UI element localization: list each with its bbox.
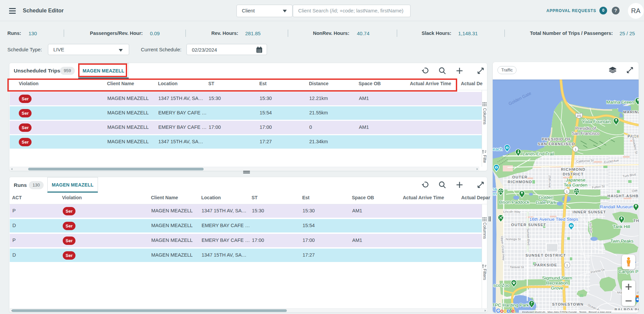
svg-text:Sigmund Stern: Sigmund Stern bbox=[542, 275, 572, 280]
svg-text:SUNSET DISTRICT: SUNSET DISTRICT bbox=[526, 253, 566, 257]
svg-text:TPC Harding Park: TPC Harding Park bbox=[493, 303, 529, 308]
svg-text:MARINA: MARINA bbox=[623, 110, 639, 114]
svg-text:Presidio of: Presidio of bbox=[575, 126, 596, 131]
svg-text:PRESIDIO OF: PRESIDIO OF bbox=[542, 137, 571, 141]
svg-text:d: d bbox=[637, 291, 638, 294]
svg-text:Sunset Blvd: Sunset Blvd bbox=[526, 228, 531, 245]
svg-text:Grove: Grove bbox=[551, 285, 564, 291]
svg-text:Canyon Par: Canyon Par bbox=[619, 269, 639, 274]
svg-text:each: each bbox=[493, 147, 502, 152]
svg-text:SAN FRANCISCO: SAN FRANCISCO bbox=[538, 142, 575, 146]
svg-text:Lands End Trail: Lands End Trail bbox=[523, 151, 554, 156]
svg-text:OUTER: OUTER bbox=[512, 175, 528, 179]
svg-text:TH: TH bbox=[633, 219, 639, 223]
svg-text:101: 101 bbox=[577, 114, 581, 117]
svg-text:1: 1 bbox=[575, 147, 576, 151]
svg-text:Taraval St: Taraval St bbox=[510, 265, 524, 269]
svg-text:RICHMOND: RICHMOND bbox=[508, 180, 532, 184]
svg-text:Lincoln Way: Lincoln Way bbox=[503, 210, 521, 213]
svg-text:Yoda Fountain: Yoda Fountain bbox=[582, 119, 611, 124]
svg-text:1: 1 bbox=[566, 190, 568, 193]
svg-text:16th Avenue Tiled Steps: 16th Avenue Tiled Steps bbox=[529, 217, 578, 222]
svg-text:STONESTOWN: STONESTOWN bbox=[552, 302, 584, 306]
svg-text:Bison Paddock: Bison Paddock bbox=[499, 200, 529, 205]
svg-text:Gate Park: Gate Park bbox=[536, 200, 556, 205]
svg-text:en: en bbox=[493, 191, 497, 196]
svg-text:Tea Garden: Tea Garden bbox=[564, 182, 588, 188]
svg-text:sco Zoo: sco Zoo bbox=[493, 283, 509, 288]
svg-text:Tank Hill: Tank Hill bbox=[613, 224, 630, 229]
svg-text:Twin Peaks: Twin Peaks bbox=[610, 239, 633, 244]
svg-text:1: 1 bbox=[566, 263, 568, 267]
svg-text:San Francisco: San Francisco bbox=[572, 131, 599, 136]
svg-text:INNER SUNSET: INNER SUNSET bbox=[573, 210, 606, 214]
svg-text:25th Ave: 25th Ave bbox=[548, 175, 552, 188]
svg-text:HAIGHT-ASHBURY: HAIGHT-ASHBURY bbox=[607, 194, 639, 198]
svg-text:Randall Museum: Randall Museum bbox=[600, 204, 634, 209]
svg-text:Recreation: Recreation bbox=[546, 280, 568, 285]
svg-text:RICHMOND: RICHMOND bbox=[561, 167, 586, 171]
svg-text:DISTRICT: DISTRICT bbox=[563, 172, 584, 176]
svg-text:Japanese: Japanese bbox=[566, 177, 586, 182]
svg-text:Noriega St: Noriega St bbox=[506, 237, 521, 241]
svg-text:Oak S: Oak S bbox=[632, 188, 639, 193]
svg-text:Marina Green: Marina Green bbox=[606, 100, 634, 105]
svg-text:PARKSIDE: PARKSIDE bbox=[534, 263, 557, 267]
svg-text:na: na bbox=[493, 187, 497, 192]
svg-text:Golden: Golden bbox=[539, 195, 553, 200]
svg-text:OUTER SUNSET: OUTER SUNSET bbox=[511, 223, 546, 227]
